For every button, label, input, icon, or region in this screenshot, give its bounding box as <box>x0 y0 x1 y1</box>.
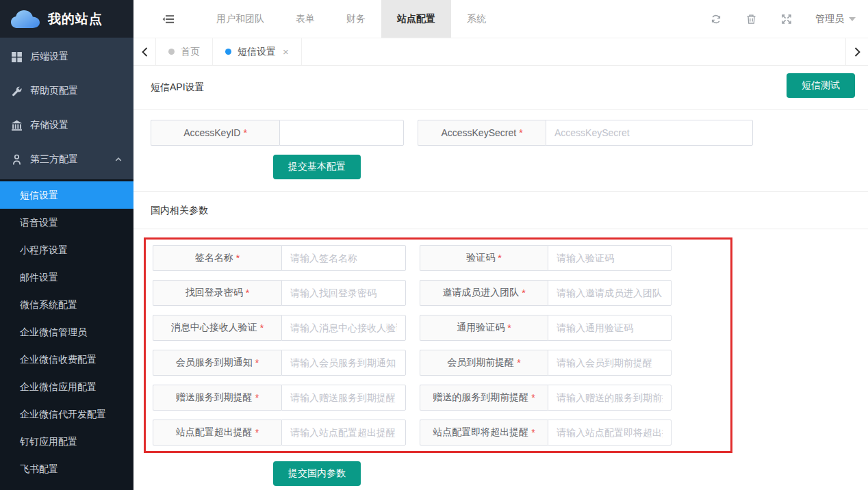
tab-label: 短信设置 <box>238 46 276 58</box>
tab-status-dot <box>225 49 231 55</box>
tab-bar-spacer <box>302 38 845 65</box>
sidebar-submenu: 短信设置 语音设置 小程序设置 邮件设置 微信系统配置 企业微信管理员 企业微信… <box>0 179 133 485</box>
refresh-icon[interactable] <box>711 14 722 25</box>
api-fields-row: AccessKeyID* AccessKeySecret* <box>151 120 868 146</box>
api-section-title: 短信API设置 <box>151 81 205 94</box>
field-label-text: 邀请成员进入团队 <box>442 287 519 299</box>
input-group: 签名名称* <box>153 245 406 271</box>
sidebar-item-storage-settings[interactable]: 存储设置 <box>0 108 133 142</box>
fields-row: 消息中心接收人验证* 通用验证码* <box>153 315 730 341</box>
sidebar-subitem-miniprogram-settings[interactable]: 小程序设置 <box>0 236 133 263</box>
navbar-actions: 管理员 <box>686 13 868 25</box>
tab-close-icon[interactable]: × <box>283 47 289 57</box>
field-label: 赠送的服务到期前提醒* <box>420 385 548 411</box>
input-group: 站点配置即将超出提醒* <box>420 420 672 446</box>
field-label-text: 站点配置超出提醒 <box>176 426 253 439</box>
required-asterisk: * <box>255 392 259 403</box>
field-label: 邀请成员进入团队* <box>420 280 548 306</box>
input-group: 会员到期前提醒* <box>420 350 672 376</box>
tab-sms-settings[interactable]: 短信设置 × <box>213 38 302 65</box>
message-center-receiver-input[interactable] <box>281 315 406 341</box>
menu-fold-icon[interactable] <box>162 14 175 25</box>
sidebar-subitem-sms-settings[interactable]: 短信设置 <box>0 181 133 209</box>
field-label-text: 会员到期前提醒 <box>447 357 514 369</box>
field-label-text: 签名名称 <box>195 252 233 264</box>
site-config-near-exceeded-input[interactable] <box>548 420 672 446</box>
nav-item-system[interactable]: 系统 <box>451 0 502 38</box>
nav-item-users-teams[interactable]: 用户和团队 <box>201 0 280 38</box>
field-label: AccessKeyID* <box>151 120 279 146</box>
grid-icon <box>11 51 23 63</box>
nav-item-finance[interactable]: 财务 <box>331 0 381 38</box>
field-label: 验证码* <box>420 245 548 271</box>
trash-icon[interactable] <box>746 14 756 25</box>
field-label: 会员到期前提醒* <box>420 350 548 376</box>
password-recovery-input[interactable] <box>281 280 406 306</box>
sidebar-item-label: 存储设置 <box>30 119 68 131</box>
nav-item-site-config[interactable]: 站点配置 <box>381 0 451 38</box>
sidebar-subitem-dingtalk-app-config[interactable]: 钉钉应用配置 <box>0 428 133 455</box>
input-group: 会员服务到期通知* <box>153 350 406 376</box>
required-asterisk: * <box>260 322 264 333</box>
fields-row: 赠送服务到期提醒* 赠送的服务到期前提醒* <box>153 385 730 411</box>
verification-code-input[interactable] <box>548 245 672 271</box>
accesskeysecret-input[interactable] <box>546 120 753 146</box>
member-service-expiry-input[interactable] <box>281 350 406 376</box>
fullscreen-icon[interactable] <box>781 14 792 25</box>
sidebar-subitem-feishu-config[interactable]: 飞书配置 <box>0 455 133 482</box>
field-label: 通用验证码* <box>420 315 548 341</box>
user-menu[interactable]: 管理员 <box>815 13 856 25</box>
gift-service-pre-expiry-input[interactable] <box>548 385 672 411</box>
field-label-text: 找回登录密码 <box>186 287 243 299</box>
field-label-text: 赠送的服务到期前提醒 <box>433 391 528 404</box>
sidebar-item-label: 帮助页配置 <box>30 85 78 97</box>
sidebar-item-third-party-config[interactable]: 第三方配置 <box>0 142 133 177</box>
accesskeyid-input[interactable] <box>279 120 404 146</box>
sidebar-subitem-mail-settings[interactable]: 邮件设置 <box>0 263 133 291</box>
nav-item-forms[interactable]: 表单 <box>280 0 331 38</box>
sidebar-subitem-wechat-system-config[interactable]: 微信系统配置 <box>0 291 133 318</box>
field-label-text: AccessKeyID <box>183 127 240 138</box>
input-group: 消息中心接收人验证* <box>153 315 406 341</box>
tab-status-dot <box>168 49 175 55</box>
tab-home[interactable]: 首页 <box>156 38 213 65</box>
submit-domestic-params-button[interactable]: 提交国内参数 <box>273 461 361 486</box>
field-label-text: 验证码 <box>466 252 495 264</box>
general-verification-input[interactable] <box>548 315 672 341</box>
invite-member-input[interactable] <box>548 280 672 306</box>
required-asterisk: * <box>255 357 259 368</box>
required-asterisk: * <box>522 287 525 298</box>
sidebar-item-help-page-config[interactable]: 帮助页配置 <box>0 74 133 108</box>
sidebar-subitem-wecom-devproxy-config[interactable]: 企业微信代开发配置 <box>0 400 133 428</box>
fields-row: 会员服务到期通知* 会员到期前提醒* <box>153 350 730 376</box>
chevron-up-icon <box>114 155 123 164</box>
sidebar-subitem-wecom-admin[interactable]: 企业微信管理员 <box>0 318 133 346</box>
input-group-accesskeysecret: AccessKeySecret* <box>418 120 753 146</box>
sidebar-subitem-voice-settings[interactable]: 语音设置 <box>0 209 133 236</box>
input-group-accesskeyid: AccessKeyID* <box>151 120 404 146</box>
tabs-scroll-left[interactable] <box>133 38 156 65</box>
tabs-scroll-right[interactable] <box>845 38 868 65</box>
sidebar-item-label: 第三方配置 <box>30 153 78 166</box>
field-label: 站点配置超出提醒* <box>153 420 281 446</box>
site-config-exceeded-input[interactable] <box>281 420 406 446</box>
field-label: 消息中心接收人验证* <box>153 315 281 341</box>
submit-basic-config-button[interactable]: 提交基本配置 <box>273 155 361 179</box>
member-expiry-reminder-input[interactable] <box>548 350 672 376</box>
sidebar-item-backend-settings[interactable]: 后端设置 <box>0 40 133 74</box>
input-group: 找回登录密码* <box>153 280 406 306</box>
field-label-text: AccessKeySecret <box>441 127 516 138</box>
app-window: 我的站点 后端设置 帮助页配置 存储设置 <box>0 0 868 490</box>
signature-name-input[interactable] <box>281 245 406 271</box>
fields-row: 签名名称* 验证码* <box>153 245 730 271</box>
sidebar: 我的站点 后端设置 帮助页配置 存储设置 <box>0 0 133 490</box>
gift-service-expiry-input[interactable] <box>281 385 406 411</box>
required-asterisk: * <box>255 427 259 438</box>
sidebar-item-label: 后端设置 <box>30 51 68 63</box>
input-group: 赠送服务到期提醒* <box>153 385 406 411</box>
sidebar-subitem-wecom-app-config[interactable]: 企业微信应用配置 <box>0 373 133 400</box>
divider <box>133 229 868 229</box>
sidebar-subitem-wecom-billing-config[interactable]: 企业微信收费配置 <box>0 346 133 373</box>
domestic-section-title: 国内相关参数 <box>133 192 868 229</box>
sms-test-button[interactable]: 短信测试 <box>787 73 855 98</box>
